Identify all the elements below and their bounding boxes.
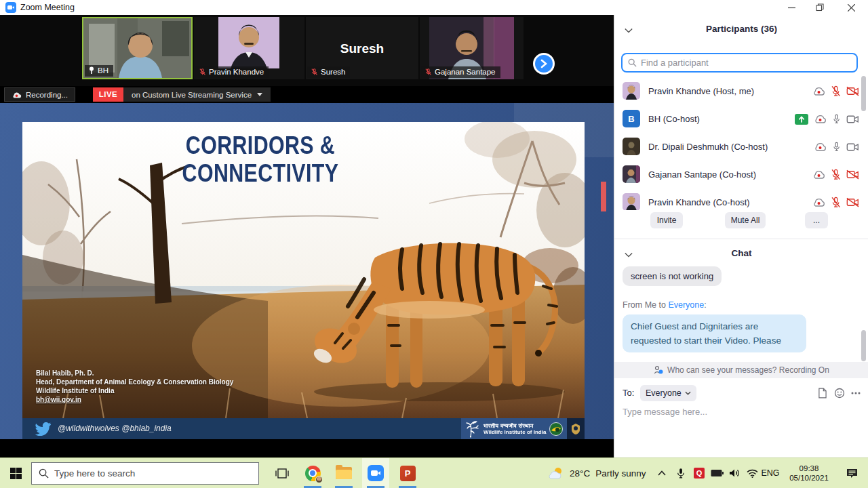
zoom-taskbar-button[interactable] — [362, 458, 389, 488]
bh-tile-label: BH — [85, 65, 113, 77]
cloud-recording-icon — [812, 169, 825, 180]
twitter-icon — [35, 422, 51, 436]
windows-logo-icon — [10, 468, 22, 479]
slide-footer-bar: @wildwithwolves @bhlab_india भारतीय वन्य… — [22, 418, 585, 439]
avatar-bh: B — [623, 110, 640, 127]
pin-icon — [88, 66, 95, 75]
mic-muted-icon — [831, 197, 841, 208]
cloud-recording-icon — [812, 86, 825, 96]
participant-row-dipali[interactable]: Dr. Dipali Deshmukh (Co-host) — [614, 133, 868, 161]
wifi-icon — [747, 469, 758, 478]
caret-down-icon — [257, 93, 262, 96]
chat-message-incoming: screen is not working — [623, 266, 722, 286]
participants-header: Participants (36) — [614, 24, 868, 34]
to-label: To: — [623, 384, 634, 402]
chat-more-button[interactable] — [850, 387, 862, 399]
chat-meta-recipient[interactable]: Everyone — [668, 300, 704, 310]
video-tile-suresh[interactable]: Suresh Suresh — [306, 17, 418, 79]
chat-to-row: To: Everyone — [614, 384, 868, 402]
title-bar: Zoom Meeting — [0, 0, 868, 15]
chat-message-input[interactable] — [623, 407, 826, 417]
chrome-taskbar-button[interactable] — [300, 458, 326, 488]
task-view-button[interactable] — [270, 458, 294, 488]
pravin-tile-label: Pravin Khandve — [195, 66, 269, 78]
start-button[interactable] — [0, 458, 31, 488]
taskbar-search-input[interactable] — [54, 468, 252, 479]
powerpoint-taskbar-button[interactable]: P — [395, 458, 420, 488]
suresh-tile-label: Suresh — [307, 66, 350, 78]
smiley-icon — [834, 388, 845, 399]
chat-scrollbar[interactable] — [861, 330, 866, 361]
caret-down-icon — [685, 391, 691, 395]
restore-button[interactable] — [808, 0, 831, 15]
taskbar: P 28°C Partly sunny Q — [0, 458, 868, 488]
wifi-tray-button[interactable] — [743, 458, 761, 488]
chevron-up-icon — [658, 470, 666, 476]
antivirus-tray-button[interactable]: Q — [690, 458, 708, 488]
recipient-dropdown[interactable]: Everyone — [640, 385, 696, 401]
participant-search-box[interactable] — [621, 53, 858, 73]
file-attach-button[interactable] — [816, 387, 828, 399]
mic-on-icon — [832, 113, 841, 125]
gajanan-tile-label: Gajanan Santape — [421, 66, 500, 78]
tray-expand-button[interactable] — [654, 458, 670, 488]
participant-list: Pravin Khandve (Host, me) B BH (Co-host) — [614, 77, 868, 210]
tray-mic-button[interactable] — [673, 458, 689, 488]
cloud-recording-icon — [814, 142, 827, 152]
video-on-icon — [846, 115, 859, 124]
emoji-button[interactable] — [833, 387, 846, 399]
panel-divider — [614, 239, 868, 239]
volume-tray-button[interactable] — [726, 458, 743, 488]
privacy-person-icon — [654, 365, 663, 375]
cloud-recording-icon — [812, 197, 825, 207]
taskbar-search-box[interactable] — [31, 462, 259, 485]
action-center-button[interactable] — [841, 458, 863, 488]
video-tile-gajanan[interactable]: Gajanan Santape — [420, 17, 524, 79]
mic-muted-icon — [831, 169, 841, 180]
wii-logo-section: भारतीय वन्यजीव संस्थान Wildlife Institut… — [461, 418, 567, 439]
dark-emblem-icon — [567, 418, 585, 439]
participants-scrollbar[interactable] — [861, 76, 866, 111]
participant-search-input[interactable] — [641, 58, 851, 68]
minimize-button[interactable] — [780, 0, 803, 15]
ellipsis-icon — [851, 392, 861, 394]
file-explorer-taskbar-button[interactable] — [331, 458, 357, 488]
weather-widget[interactable]: 28°C Partly sunny — [548, 458, 646, 488]
file-icon — [818, 388, 827, 399]
search-icon — [628, 58, 637, 67]
chat-privacy-bar[interactable]: Who can see your messages? Recording On — [614, 362, 868, 378]
participant-row-pravin-cohost[interactable]: Pravin Khandve (Co-host) — [614, 188, 868, 210]
mic-muted-icon — [831, 85, 841, 97]
clock[interactable]: 09:38 05/10/2021 — [781, 458, 837, 488]
battery-tray-button[interactable] — [708, 458, 726, 488]
presenter-name: Bilal Habib, Ph. D. — [36, 369, 233, 378]
live-badge: LIVE — [93, 87, 123, 102]
clock-date: 05/10/2021 — [789, 473, 829, 483]
participant-row-gajanan[interactable]: Gajanan Santape (Co-host) — [614, 161, 868, 188]
microphone-icon — [677, 468, 685, 479]
battery-icon — [711, 469, 724, 477]
chrome-profile-avatar — [315, 476, 323, 483]
participants-more-button[interactable]: ... — [805, 212, 828, 228]
video-tile-bh[interactable]: BH — [82, 17, 193, 79]
invite-button[interactable]: Invite — [650, 212, 683, 228]
wii-text: भारतीय वन्यजीव संस्थान Wildlife Institut… — [484, 422, 546, 436]
presenter-email: bh@wii.gov.in — [36, 395, 233, 404]
presenter-org: Wildlife Institute of India — [36, 386, 233, 395]
close-button[interactable] — [840, 0, 863, 15]
participant-row-pravin-host[interactable]: Pravin Khandve (Host, me) — [614, 77, 868, 105]
next-videos-button[interactable] — [533, 53, 555, 75]
participant-row-bh[interactable]: B BH (Co-host) — [614, 105, 868, 133]
quick-heal-icon: Q — [694, 468, 705, 479]
zoom-meeting-window: Zoom Meeting — [0, 0, 868, 488]
recording-indicator[interactable]: Recording... — [4, 87, 75, 102]
video-on-icon — [846, 142, 859, 152]
chrome-icon — [305, 466, 321, 481]
recording-bar: Recording... LIVE on Custom Live Streami… — [0, 86, 614, 103]
language-indicator[interactable]: ENG — [760, 458, 781, 488]
weather-temp: 28°C — [570, 468, 590, 479]
mute-all-button[interactable]: Mute All — [725, 212, 766, 228]
weather-condition: Partly sunny — [595, 468, 646, 479]
live-stream-label[interactable]: on Custom Live Streaming Service — [123, 87, 271, 102]
video-tile-pravin[interactable]: Pravin Khandve — [194, 17, 304, 79]
